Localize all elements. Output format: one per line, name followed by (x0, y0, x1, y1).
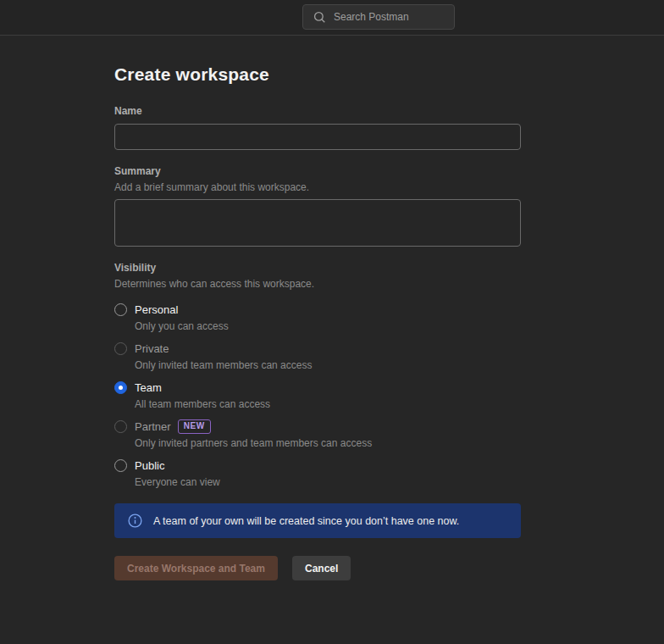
search-icon (313, 11, 326, 24)
option-label-personal: Personal (135, 303, 178, 317)
summary-label: Summary (114, 165, 521, 177)
action-buttons: Create Workspace and Team Cancel (114, 556, 521, 580)
summary-description: Add a brief summary about this workspace… (114, 181, 521, 193)
name-input[interactable] (114, 124, 521, 150)
page-title: Create workspace (114, 64, 521, 85)
option-label-public: Public (135, 458, 164, 473)
visibility-label: Visibility (114, 262, 521, 274)
info-icon (128, 514, 142, 528)
radio-option-personal[interactable]: Personal Only you can access (114, 303, 521, 333)
visibility-field-group: Visibility Determines who can access thi… (114, 262, 521, 489)
cancel-button[interactable]: Cancel (292, 556, 351, 580)
radio-team-icon[interactable] (114, 381, 127, 394)
search-input[interactable]: Search Postman (302, 4, 455, 30)
search-placeholder: Search Postman (334, 11, 409, 23)
option-label-partner: Partner (135, 419, 171, 434)
option-desc-team: All team members can access (135, 397, 270, 411)
summary-field-group: Summary Add a brief summary about this w… (114, 165, 521, 247)
radio-option-partner[interactable]: Partner NEW Only invited partners and te… (114, 419, 521, 450)
top-bar: Search Postman (0, 0, 664, 36)
create-workspace-and-team-button[interactable]: Create Workspace and Team (114, 556, 278, 580)
name-field-group: Name (114, 105, 521, 150)
visibility-options: Personal Only you can access Private Onl… (114, 303, 521, 489)
name-label: Name (114, 105, 521, 117)
summary-textarea[interactable] (114, 199, 521, 247)
radio-personal-icon[interactable] (114, 303, 127, 316)
radio-option-private[interactable]: Private Only invited team members can ac… (114, 341, 521, 372)
create-workspace-form: Create workspace Name Summary Add a brie… (114, 64, 521, 580)
option-desc-partner: Only invited partners and team members c… (135, 436, 372, 450)
radio-partner-icon[interactable] (114, 420, 127, 433)
option-desc-personal: Only you can access (135, 319, 229, 333)
radio-private-icon[interactable] (114, 342, 127, 355)
option-label-team: Team (135, 380, 162, 395)
radio-option-team[interactable]: Team All team members can access (114, 380, 521, 411)
radio-public-icon[interactable] (114, 459, 127, 472)
visibility-description: Determines who can access this workspace… (114, 278, 521, 290)
option-desc-public: Everyone can view (135, 475, 220, 489)
radio-option-public[interactable]: Public Everyone can view (114, 458, 521, 489)
option-desc-private: Only invited team members can access (135, 358, 312, 372)
info-banner: A team of your own will be created since… (114, 503, 521, 538)
new-badge: NEW (178, 419, 211, 434)
info-banner-text: A team of your own will be created since… (153, 515, 459, 527)
option-label-private: Private (135, 341, 169, 356)
